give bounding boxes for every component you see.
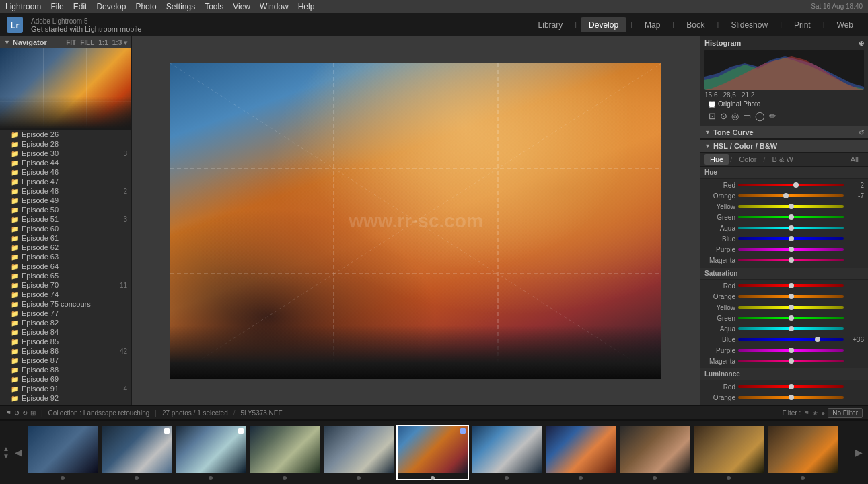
hsl-tab-hue[interactable]: Hue	[704, 154, 729, 165]
hue-blue-slider[interactable]	[738, 237, 844, 240]
tab-web[interactable]: Web	[829, 17, 861, 32]
menu-file[interactable]: File	[50, 2, 63, 11]
hue-magenta-slider[interactable]	[738, 259, 844, 261]
hsl-tab-all[interactable]: All	[845, 154, 864, 165]
filter-icon-3[interactable]: ●	[821, 409, 825, 417]
tab-map[interactable]: Map	[637, 17, 668, 32]
filmstrip-item[interactable]	[396, 425, 469, 480]
collection-item[interactable]: 📁 Episode 46	[0, 167, 131, 177]
tab-print[interactable]: Print	[786, 17, 819, 32]
hue-purple-slider[interactable]	[738, 248, 844, 251]
nav-1to1[interactable]: 1:1	[98, 39, 108, 46]
collection-item[interactable]: 📁 Episode 82	[0, 318, 131, 327]
crop-tool-icon[interactable]: ⊡	[709, 111, 716, 121]
flag-icon[interactable]: ⚑	[5, 409, 11, 417]
filter-icon-2[interactable]: ★	[812, 409, 818, 417]
collection-item[interactable]: 📁 Episode 95 Ares window	[0, 403, 131, 405]
menu-help[interactable]: Help	[298, 2, 315, 11]
filmstrip-item[interactable]	[470, 425, 543, 480]
radial-filter-icon[interactable]: ◯	[755, 111, 765, 121]
menu-edit[interactable]: Edit	[73, 2, 87, 11]
collection-item[interactable]: 📁 Episode 85	[0, 337, 131, 346]
sat-orange-slider[interactable]	[738, 295, 844, 298]
tab-library[interactable]: Library	[530, 17, 571, 32]
filmstrip-item[interactable]	[100, 425, 173, 480]
filmstrip-next-arrow[interactable]: ▶	[853, 447, 865, 458]
hue-orange-slider[interactable]	[738, 194, 844, 197]
collection-item[interactable]: 📁 Episode 61	[0, 233, 131, 243]
menu-settings[interactable]: Settings	[166, 2, 195, 11]
filmstrip-item[interactable]	[26, 425, 99, 480]
nav-fill[interactable]: FILL	[80, 39, 94, 46]
collection-item[interactable]: 📁 Episode 50	[0, 205, 131, 214]
collection-item[interactable]: 📁 Episode 48 2	[0, 186, 131, 196]
collection-item[interactable]: 📁 Episode 62	[0, 243, 131, 252]
collection-item[interactable]: 📁 Episode 77	[0, 309, 131, 318]
filmstrip-item[interactable]	[692, 425, 765, 480]
filmstrip-item[interactable]	[174, 425, 247, 480]
grid-view-icon[interactable]: ⊞	[30, 409, 36, 417]
filmstrip-item[interactable]	[766, 425, 839, 480]
lum-orange-slider[interactable]	[738, 396, 844, 399]
filmstrip-expand-icon[interactable]: ▼	[3, 452, 9, 460]
filter-icon-1[interactable]: ⚑	[803, 409, 809, 417]
collection-item[interactable]: 📁 Episode 84	[0, 327, 131, 337]
sat-blue-slider[interactable]	[738, 338, 844, 341]
filmstrip-item[interactable]	[322, 425, 395, 480]
navigator-header[interactable]: ▼ Navigator FIT FILL 1:1 1:3 ▾	[0, 36, 131, 48]
collection-item[interactable]: 📁 Episode 47	[0, 177, 131, 186]
adjustment-brush-icon[interactable]: ✏	[769, 111, 776, 121]
filmstrip-item[interactable]	[544, 425, 617, 480]
gradient-tool-icon[interactable]: ▭	[743, 111, 751, 121]
rotate-right-icon[interactable]: ↻	[22, 409, 28, 417]
hsl-tab-color[interactable]: Color	[733, 154, 762, 165]
original-photo-checkbox[interactable]	[709, 101, 715, 108]
sat-red-slider[interactable]	[738, 284, 844, 287]
filmstrip-item[interactable]	[248, 425, 321, 480]
tab-develop[interactable]: Develop	[581, 17, 626, 32]
rotate-left-icon[interactable]: ↺	[14, 409, 20, 417]
menu-window[interactable]: Window	[260, 2, 289, 11]
collection-item[interactable]: 📁 Episode 70 11	[0, 280, 131, 290]
collection-item[interactable]: 📁 Episode 44	[0, 158, 131, 167]
collection-item[interactable]: 📁 Episode 60	[0, 224, 131, 233]
tone-curve-header[interactable]: ▼ Tone Curve ↺	[700, 126, 868, 139]
collection-item[interactable]: 📁 Episode 75 concours	[0, 299, 131, 309]
menu-view[interactable]: View	[233, 2, 250, 11]
menu-photo[interactable]: Photo	[135, 2, 156, 11]
tab-book[interactable]: Book	[678, 17, 713, 32]
collection-item[interactable]: 📁 Episode 88	[0, 365, 131, 374]
filmstrip-item[interactable]	[618, 425, 691, 480]
menu-tools[interactable]: Tools	[205, 2, 223, 11]
hue-green-slider[interactable]	[738, 216, 844, 218]
collection-item[interactable]: 📁 Episode 74	[0, 290, 131, 299]
healing-tool-icon[interactable]: ⊙	[720, 111, 727, 121]
collection-item[interactable]: 📁 Episode 51 3	[0, 214, 131, 224]
sat-green-slider[interactable]	[738, 317, 844, 319]
expand-icon[interactable]: ⊕	[859, 40, 864, 47]
get-started-link[interactable]: Get started with Lightroom mobile	[31, 25, 141, 33]
hsl-header[interactable]: ▼ HSL / Color / B&W	[700, 140, 868, 153]
hsl-tab-bw[interactable]: B & W	[767, 154, 799, 165]
collection-item[interactable]: 📁 Episode 49	[0, 196, 131, 205]
collection-item[interactable]: 📁 Episode 87	[0, 356, 131, 365]
hue-aqua-slider[interactable]	[738, 227, 844, 229]
no-filter-badge[interactable]: No Filter	[828, 408, 863, 418]
filmstrip-toggle-icon[interactable]: ▲	[3, 445, 9, 452]
redeye-tool-icon[interactable]: ◎	[731, 111, 739, 121]
collection-item[interactable]: 📁 Episode 69	[0, 374, 131, 384]
collection-item[interactable]: 📁 Episode 86 42	[0, 346, 131, 356]
collection-item[interactable]: 📁 Episode 30 3	[0, 149, 131, 158]
collection-item[interactable]: 📁 Episode 65	[0, 271, 131, 280]
menu-lightroom[interactable]: Lightroom	[5, 2, 41, 11]
sat-aqua-slider[interactable]	[738, 327, 844, 330]
sat-purple-slider[interactable]	[738, 349, 844, 352]
hue-yellow-slider[interactable]	[738, 205, 844, 208]
filmstrip-prev-arrow[interactable]: ◀	[12, 447, 25, 458]
tab-slideshow[interactable]: Slideshow	[723, 17, 776, 32]
nav-fit[interactable]: FIT	[66, 39, 76, 46]
collection-item[interactable]: 📁 Episode 28	[0, 139, 131, 149]
lum-red-slider[interactable]	[738, 385, 844, 388]
sat-yellow-slider[interactable]	[738, 306, 844, 309]
collection-item[interactable]: 📁 Episode 92	[0, 393, 131, 403]
